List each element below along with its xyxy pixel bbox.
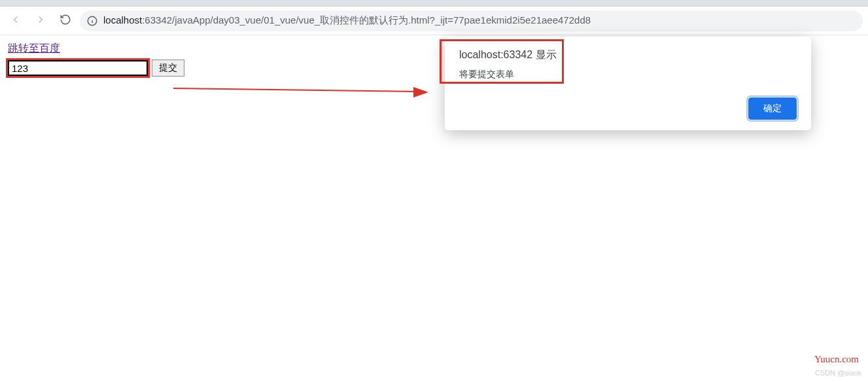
url-host-suffix: :63342 xyxy=(142,14,172,26)
dialog-actions: 确定 xyxy=(459,97,797,120)
watermark-brand: Yuucn.com xyxy=(814,354,859,365)
watermark-csdn: CSDN @siaok xyxy=(815,369,861,377)
alert-dialog: localhost:63342 显示 将要提交表单 确定 xyxy=(445,37,811,130)
text-input[interactable] xyxy=(8,60,148,76)
submit-button[interactable]: 提交 xyxy=(152,60,184,77)
url-text: localhost:63342/javaApp/day03_vue/01_vue… xyxy=(103,14,591,27)
browser-toolbar: localhost:63342/javaApp/day03_vue/01_vue… xyxy=(0,7,868,35)
arrow-left-icon xyxy=(10,14,22,28)
site-info-icon[interactable] xyxy=(86,15,98,27)
forward-button[interactable] xyxy=(30,10,51,31)
browser-tab-strip xyxy=(0,0,868,7)
svg-marker-4 xyxy=(413,87,428,97)
dialog-message: 将要提交表单 xyxy=(459,69,797,80)
ok-button[interactable]: 确定 xyxy=(748,97,797,120)
address-bar[interactable]: localhost:63342/javaApp/day03_vue/01_vue… xyxy=(80,10,863,31)
url-path: /javaApp/day03_vue/01_vue/vue_取消控件的默认行为.… xyxy=(172,14,591,26)
dialog-title: localhost:63342 显示 xyxy=(459,48,797,62)
reload-icon xyxy=(60,14,71,28)
back-button[interactable] xyxy=(5,10,26,31)
svg-line-3 xyxy=(173,88,419,92)
arrow-right-icon xyxy=(35,14,46,28)
baidu-link[interactable]: 跳转至百度 xyxy=(8,43,60,54)
url-host: localhost xyxy=(103,14,142,26)
reload-button[interactable] xyxy=(55,10,76,31)
